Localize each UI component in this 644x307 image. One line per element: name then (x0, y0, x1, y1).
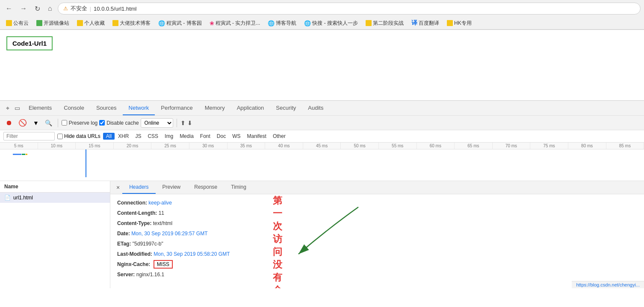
bookmark-icon-10 (447, 20, 453, 26)
bookmark-7[interactable]: 🌐 快搜 - 搜索快人一步 (301, 19, 360, 28)
bookmark-icon-2 (77, 20, 83, 26)
home-button[interactable]: ⌂ (46, 4, 54, 13)
reload-button[interactable]: ↻ (32, 4, 42, 14)
filter-type-all[interactable]: All (103, 133, 115, 140)
bookmark-icon-1 (36, 20, 42, 26)
bookmark-label-0: 公有云 (13, 20, 29, 27)
tab-network[interactable]: Network (123, 101, 155, 115)
bookmark-0[interactable]: 公有云 (3, 19, 31, 28)
tick-55ms: 55 ms (379, 143, 417, 149)
filter-type-ws[interactable]: WS (229, 133, 243, 140)
stop-button[interactable]: 🚫 (16, 117, 29, 128)
tab-performance[interactable]: Performance (155, 101, 198, 115)
tick-50ms: 50 ms (341, 143, 379, 149)
tab-security[interactable]: Security (270, 101, 302, 115)
throttle-select[interactable]: Online Fast 3G Slow 3G Offline (141, 118, 173, 128)
bookmark-3[interactable]: 大佬技术博客 (110, 19, 153, 28)
header-last-modified: Last-Modified: Mon, 30 Sep 2019 05:58:20… (117, 249, 637, 259)
bookmark-1[interactable]: 开源镜像站 (34, 19, 72, 28)
bookmark-icon-9: 译 (411, 19, 417, 27)
filter-type-img[interactable]: Img (162, 133, 176, 140)
tick-65ms: 65 ms (455, 143, 493, 149)
record-button[interactable]: ⏺ (3, 118, 15, 128)
timeline-cursor (86, 149, 86, 177)
export-button[interactable]: ⬇ (187, 120, 192, 126)
footer-url: https://blog.csdn.net/chengyi... (572, 281, 644, 288)
file-list: Name 📄 url1.html (0, 181, 110, 288)
devtools-panel: ⌖ ▭ Elements Console Sources Network Per… (0, 100, 644, 288)
file-list-header: Name (0, 181, 110, 193)
disable-cache-label[interactable]: Disable cache (99, 120, 139, 126)
preserve-log-text: Preserve log (69, 120, 97, 126)
detail-tab-response[interactable]: Response (187, 181, 224, 194)
page-content: Code1-Url1 (0, 30, 644, 100)
filter-type-css[interactable]: CSS (145, 133, 161, 140)
bookmark-4[interactable]: 🌐 程寅武 - 博客园 (156, 19, 204, 28)
not-secure-label: 不安全 (71, 5, 87, 12)
preserve-log-label[interactable]: Preserve log (62, 120, 97, 126)
bookmark-6[interactable]: 🌐 博客导航 (265, 19, 299, 28)
detail-close-button[interactable]: × (114, 182, 122, 193)
filter-type-font[interactable]: Font (197, 133, 213, 140)
tab-memory[interactable]: Memory (199, 101, 231, 115)
tick-60ms: 60 ms (417, 143, 455, 149)
forward-button[interactable]: → (18, 4, 29, 13)
back-button[interactable]: ← (3, 4, 15, 13)
file-item-url1[interactable]: 📄 url1.html (0, 193, 110, 203)
bookmark-icon-4: 🌐 (158, 20, 165, 26)
bookmark-icon-5: ❀ (210, 20, 214, 26)
timeline-bar: 5 ms 10 ms 15 ms 20 ms 25 ms 30 ms 35 ms… (0, 143, 644, 181)
devtools-tab-bar: ⌖ ▭ Elements Console Sources Network Per… (0, 101, 644, 116)
bookmark-2[interactable]: 个人收藏 (74, 19, 107, 28)
search-button[interactable]: 🔍 (43, 118, 54, 128)
device-toolbar-button[interactable]: ▭ (12, 103, 23, 113)
code-label: Code1-Url1 (6, 36, 53, 50)
filter-input[interactable] (3, 132, 55, 140)
import-button[interactable]: ⬆ (180, 120, 186, 126)
bookmark-icon-7: 🌐 (304, 20, 311, 26)
detail-tab-timing[interactable]: Timing (224, 181, 253, 194)
hide-data-urls-label[interactable]: Hide data URLs (57, 133, 100, 139)
bookmark-label-3: 大佬技术博客 (120, 20, 151, 27)
tab-application[interactable]: Application (231, 101, 270, 115)
header-server: Server: nginx/1.16.1 (117, 269, 637, 280)
bookmark-9[interactable]: 译 百度翻译 (409, 18, 442, 28)
hide-data-urls-checkbox[interactable] (57, 134, 63, 139)
filter-type-manifest[interactable]: Manifest (244, 133, 269, 140)
detail-tab-preview[interactable]: Preview (156, 181, 188, 194)
tick-45ms: 45 ms (303, 143, 341, 149)
bookmark-10[interactable]: HK专用 (444, 19, 474, 28)
tab-elements[interactable]: Elements (23, 101, 58, 115)
tick-5ms: 5 ms (0, 143, 38, 149)
tick-25ms: 25 ms (151, 143, 189, 149)
nginx-cache-value: MISS (154, 260, 173, 269)
filter-type-other[interactable]: Other (270, 133, 289, 140)
bookmark-8[interactable]: 第二阶段实战 (363, 19, 406, 28)
file-name: url1.html (13, 195, 33, 201)
header-connection: Connection: keep-alive (117, 198, 637, 208)
filter-button[interactable]: ▼ (31, 118, 41, 128)
network-toolbar: ⏺ 🚫 ▼ 🔍 Preserve log Disable cache Onlin… (0, 116, 644, 130)
bookmark-icon-8 (366, 20, 372, 26)
tab-audits[interactable]: Audits (302, 101, 329, 115)
tick-85ms: 85 ms (606, 143, 644, 149)
timeline-content (0, 149, 644, 177)
disable-cache-checkbox[interactable] (99, 120, 105, 126)
address-bar[interactable]: ⚠ 不安全 | 10.0.0.5/url1.html (58, 3, 641, 15)
filter-type-js[interactable]: JS (132, 133, 144, 140)
timeline-ruler: 5 ms 10 ms 15 ms 20 ms 25 ms 30 ms 35 ms… (0, 143, 644, 149)
tab-sources[interactable]: Sources (90, 101, 123, 115)
filter-type-doc[interactable]: Doc (214, 133, 229, 140)
separator-1 (58, 119, 58, 127)
filter-type-xhr[interactable]: XHR (115, 133, 132, 140)
tick-70ms: 70 ms (493, 143, 531, 149)
preserve-log-checkbox[interactable] (62, 120, 67, 126)
bookmark-label-9: 百度翻译 (419, 20, 439, 27)
tab-console[interactable]: Console (58, 101, 90, 115)
tick-15ms: 15 ms (76, 143, 114, 149)
bookmark-5[interactable]: ❀ 程寅武 - 实力捍卫... (207, 19, 263, 28)
inspect-element-button[interactable]: ⌖ (3, 103, 12, 114)
filter-type-media[interactable]: Media (177, 133, 197, 140)
hide-data-urls-text: Hide data URLs (64, 133, 100, 139)
detail-tab-headers[interactable]: Headers (122, 181, 155, 194)
